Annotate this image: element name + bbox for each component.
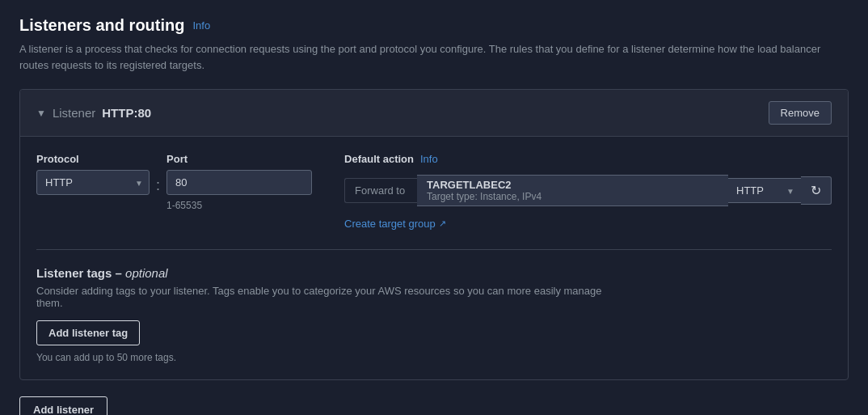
- refresh-button[interactable]: ↻: [801, 176, 832, 205]
- http-select-wrapper: HTTP HTTPS ▼: [728, 178, 801, 203]
- target-group-name: TARGETLABEC2: [427, 179, 718, 191]
- default-action-form-group: Default action Info Forward to TARGETLAB…: [344, 153, 832, 230]
- listener-header: ▼ Listener HTTP:80 Remove: [20, 90, 848, 137]
- protocol-select[interactable]: HTTP HTTPS: [36, 170, 150, 195]
- tags-limit-hint: You can add up to 50 more tags.: [36, 352, 832, 363]
- tags-title-text: Listener tags: [36, 266, 112, 280]
- colon-separator: :: [156, 177, 160, 194]
- page-title: Listeners and routing: [19, 16, 184, 35]
- external-link-icon: ↗: [439, 218, 446, 229]
- default-action-info-link[interactable]: Info: [420, 153, 438, 165]
- protocol-label: Protocol: [36, 153, 150, 165]
- add-listener-section: Add listener: [19, 396, 849, 415]
- listener-body: Protocol HTTP HTTPS ▼ : Port 1-65535: [20, 137, 848, 379]
- port-hint: 1-65535: [166, 200, 312, 211]
- listener-protocol-port: HTTP:80: [102, 106, 151, 120]
- listener-card: ▼ Listener HTTP:80 Remove Protocol HTTP …: [19, 89, 849, 380]
- header-section: Listeners and routing Info A listener is…: [19, 16, 849, 73]
- port-label: Port: [166, 153, 312, 165]
- http-select[interactable]: HTTP HTTPS: [728, 178, 801, 203]
- tags-description: Consider adding tags to your listener. T…: [36, 285, 602, 309]
- listener-label: Listener: [53, 106, 95, 120]
- header-description: A listener is a process that checks for …: [19, 41, 844, 73]
- add-listener-button[interactable]: Add listener: [19, 396, 107, 415]
- target-group-box: TARGETLABEC2 Target type: Instance, IPv4: [417, 175, 728, 206]
- header-info-link[interactable]: Info: [192, 19, 210, 32]
- form-row-protocol-action: Protocol HTTP HTTPS ▼ : Port 1-65535: [36, 153, 832, 230]
- default-action-label-row: Default action Info: [344, 153, 832, 165]
- default-action-label: Default action: [344, 153, 414, 165]
- tags-section: Listener tags – optional Consider adding…: [36, 249, 832, 363]
- create-target-group-link[interactable]: Create target group ↗: [344, 218, 832, 230]
- tags-title-separator: –: [116, 266, 126, 280]
- default-action-row: Forward to TARGETLABEC2 Target type: Ins…: [344, 175, 832, 206]
- collapse-icon[interactable]: ▼: [36, 108, 46, 119]
- tags-optional-text: optional: [125, 266, 168, 280]
- remove-listener-button[interactable]: Remove: [769, 101, 832, 125]
- forward-to-label: Forward to: [344, 178, 417, 203]
- port-input[interactable]: [166, 170, 312, 195]
- protocol-form-group: Protocol HTTP HTTPS ▼: [36, 153, 150, 195]
- port-form-group: Port 1-65535: [166, 153, 312, 211]
- refresh-icon: ↻: [811, 183, 821, 198]
- target-group-type: Target type: Instance, IPv4: [427, 191, 718, 202]
- listener-title-group: ▼ Listener HTTP:80: [36, 106, 151, 120]
- add-listener-tag-button[interactable]: Add listener tag: [36, 320, 140, 345]
- create-target-group-text: Create target group: [344, 218, 436, 230]
- protocol-select-wrapper: HTTP HTTPS ▼: [36, 170, 150, 195]
- tags-title: Listener tags – optional: [36, 266, 832, 280]
